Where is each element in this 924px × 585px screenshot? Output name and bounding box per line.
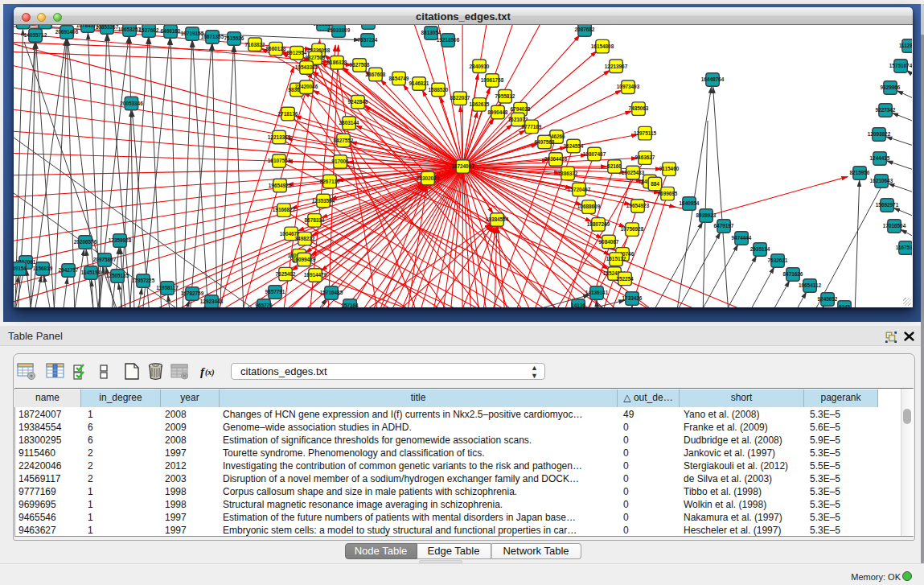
svg-text:157164: 157164 (341, 303, 359, 307)
svg-text:8427552: 8427552 (334, 138, 354, 143)
svg-text:9663822: 9663822 (314, 25, 334, 27)
svg-text:8678334: 8678334 (305, 217, 325, 223)
svg-text:8912954: 8912954 (287, 50, 307, 56)
svg-text:16671355: 16671355 (201, 34, 224, 39)
svg-text:12093822: 12093822 (868, 131, 891, 137)
svg-text:1733426: 1733426 (622, 295, 643, 301)
svg-text:20975867: 20975867 (93, 257, 117, 262)
svg-text:884: 884 (651, 181, 659, 187)
svg-text:9463627: 9463627 (635, 154, 655, 160)
svg-text:(x): (x) (205, 368, 215, 377)
svg-text:16914479: 16914479 (304, 272, 327, 278)
svg-text:7625402: 7625402 (276, 271, 296, 277)
svg-text:17016504: 17016504 (883, 223, 906, 229)
svg-text:10025433: 10025433 (622, 170, 645, 175)
svg-text:8186328: 8186328 (327, 60, 347, 65)
svg-text:1362615: 1362615 (470, 101, 490, 107)
svg-text:965779: 965779 (255, 303, 273, 307)
svg-text:10654112: 10654112 (799, 282, 822, 288)
svg-text:1527602: 1527602 (139, 27, 159, 33)
svg-text:252254: 252254 (616, 276, 634, 282)
svg-text:10653257: 10653257 (118, 27, 142, 32)
svg-text:6479197: 6479197 (714, 223, 734, 229)
svg-text:6794028: 6794028 (511, 106, 531, 112)
svg-text:1244415: 1244415 (870, 155, 890, 161)
svg-text:8322037: 8322037 (450, 95, 470, 101)
svg-text:16107553: 16107553 (268, 158, 291, 163)
svg-text:20053346: 20053346 (120, 101, 143, 106)
svg-text:19218506: 19218506 (437, 37, 460, 43)
svg-text:3624554: 3624554 (564, 143, 584, 149)
svg-text:1588520: 1588520 (429, 87, 449, 93)
svg-text:7857224: 7857224 (358, 37, 378, 43)
svg-text:9245: 9245 (839, 304, 851, 307)
svg-text:9329966: 9329966 (881, 84, 901, 90)
svg-text:12505135: 12505135 (106, 273, 129, 278)
svg-text:10853267: 10853267 (96, 25, 119, 30)
svg-text:20691406: 20691406 (55, 29, 79, 35)
svg-text:9327508: 9327508 (350, 62, 370, 68)
svg-text:16099489: 16099489 (293, 257, 316, 262)
svg-text:8938923: 8938923 (696, 212, 717, 218)
svg-text:16210643: 16210643 (870, 178, 893, 183)
svg-text:9242848: 9242848 (348, 99, 368, 105)
svg-text:9084067: 9084067 (599, 239, 619, 245)
svg-text:19384554: 19384554 (486, 216, 509, 222)
svg-text:6466160: 6466160 (161, 28, 181, 34)
svg-text:12213967: 12213967 (605, 64, 628, 69)
svg-text:16033809: 16033809 (327, 27, 351, 33)
svg-text:16154808: 16154808 (591, 43, 614, 49)
svg-text:12923448: 12923448 (200, 299, 224, 304)
svg-text:15716485: 15716485 (320, 290, 343, 295)
svg-text:1145194: 1145194 (81, 270, 101, 275)
svg-text:10807487: 10807487 (583, 151, 606, 157)
svg-text:17957225: 17957225 (132, 278, 155, 283)
svg-text:10688609: 10688609 (577, 204, 601, 209)
svg-text:3498222: 3498222 (295, 236, 315, 241)
svg-text:22420046: 22420046 (295, 84, 318, 89)
svg-text:10973493: 10973493 (617, 84, 640, 89)
svg-text:8454749: 8454749 (389, 76, 409, 81)
svg-text:15720407: 15720407 (568, 187, 591, 192)
svg-text:9699695: 9699695 (658, 191, 678, 196)
svg-text:8267110: 8267110 (320, 179, 340, 184)
svg-text:8990448: 8990448 (488, 109, 508, 115)
svg-text:1156819: 1156819 (33, 266, 53, 271)
svg-text:15751074: 15751074 (889, 63, 912, 68)
svg-text:23302023: 23302023 (417, 175, 440, 181)
svg-text:10756928: 10756928 (621, 226, 644, 232)
svg-text:9245652: 9245652 (818, 296, 838, 302)
svg-text:9146821: 9146821 (409, 80, 429, 86)
svg-text:7386372: 7386372 (558, 171, 578, 176)
svg-text:12975115: 12975115 (634, 130, 657, 136)
svg-text:8660128: 8660128 (266, 46, 286, 51)
svg-text:7163822: 7163822 (245, 42, 265, 47)
svg-text:1112834: 1112834 (899, 43, 912, 48)
svg-text:2867608: 2867608 (366, 72, 386, 77)
svg-text:6497568: 6497568 (535, 139, 555, 145)
svg-text:9115460: 9115460 (659, 166, 680, 171)
svg-text:2840910: 2840910 (470, 64, 490, 69)
svg-text:9227342: 9227342 (876, 107, 896, 113)
svg-text:2942757: 2942757 (59, 267, 79, 273)
svg-text:1640954: 1640954 (680, 200, 700, 206)
svg-text:9474444: 9474444 (732, 235, 752, 241)
svg-text:14055712: 14055712 (24, 32, 47, 38)
svg-text:16782759: 16782759 (181, 290, 204, 296)
svg-text:1615112: 1615112 (606, 256, 626, 262)
svg-text:10961758: 10961758 (481, 77, 504, 83)
svg-text:12353594: 12353594 (312, 198, 335, 204)
svg-text:7632621: 7632621 (768, 257, 788, 263)
svg-text:9857791: 9857791 (265, 289, 285, 295)
svg-text:1167533: 1167533 (896, 245, 912, 250)
svg-text:18807249: 18807249 (587, 221, 610, 227)
svg-text:19654923: 19654923 (626, 203, 650, 208)
svg-text:62160: 62160 (607, 163, 622, 169)
svg-text:19654925: 19654925 (269, 183, 292, 188)
svg-text:2087682: 2087682 (575, 27, 595, 32)
svg-text:39154: 39154 (14, 266, 27, 271)
svg-text:9777169: 9777169 (522, 124, 542, 130)
svg-text:19166827: 19166827 (273, 207, 296, 212)
svg-text:8813054: 8813054 (421, 30, 441, 35)
svg-text:2935114: 2935114 (750, 246, 770, 252)
